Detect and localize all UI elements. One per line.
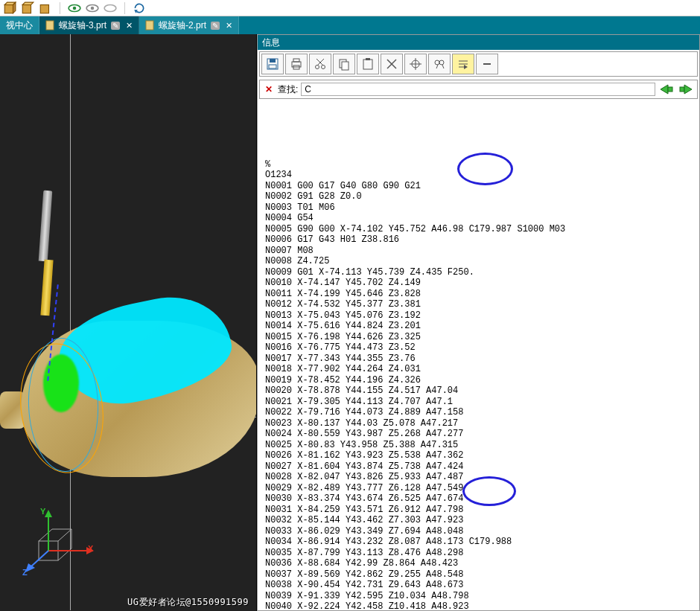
svg-rect-3: [22, 4, 31, 13]
target-button[interactable]: [404, 54, 427, 74]
close-find-icon[interactable]: ✕: [263, 83, 275, 95]
eye-hide-icon[interactable]: [86, 1, 99, 15]
refresh-icon[interactable]: [133, 1, 146, 15]
svg-line-15: [58, 529, 71, 541]
svg-marker-23: [45, 510, 52, 517]
tab-spiral3[interactable]: 螺旋轴-3.prt ✎ ✕: [39, 16, 139, 34]
nc-line: N0027 X-81.604 Y43.874 Z5.738 A47.424: [265, 461, 692, 473]
nc-line: N0015 X-76.198 Y44.626 Z3.325: [265, 332, 692, 343]
tab-label: 螺旋轴-2.prt: [159, 19, 206, 32]
nc-line: N0028 X-82.047 Y43.826 Z5.933 A47.487: [265, 472, 692, 483]
eye-dim-icon[interactable]: [104, 1, 117, 15]
document-icon: [145, 20, 156, 31]
svg-rect-0: [4, 4, 13, 13]
svg-rect-39: [366, 58, 370, 60]
tab-label: 螺旋轴-3.prt: [59, 19, 106, 32]
nc-line: N0009 G01 X-74.113 Y45.739 Z4.435 F250.: [265, 267, 692, 278]
top-icon-strip: [0, 0, 700, 16]
svg-marker-2: [13, 2, 16, 13]
save-button[interactable]: [261, 54, 284, 74]
info-title: 信息: [258, 35, 699, 50]
svg-marker-52: [464, 65, 468, 69]
nc-line: %: [265, 159, 692, 170]
delete-button[interactable]: [381, 54, 403, 74]
cube2-icon[interactable]: [21, 1, 34, 15]
svg-line-35: [316, 59, 323, 65]
svg-rect-27: [270, 59, 276, 63]
svg-point-32: [316, 65, 319, 69]
nc-line: N0033 X-86.029 Y43.349 Z7.694 A48.048: [265, 526, 692, 537]
cube-icon[interactable]: [3, 1, 16, 15]
svg-rect-12: [46, 21, 54, 30]
nc-line: N0004 G54: [265, 213, 692, 224]
svg-rect-55: [668, 87, 672, 92]
nc-line: N0005 G90 G00 X-74.102 Y45.752 A46.98 C1…: [265, 224, 692, 235]
svg-marker-4: [22, 2, 34, 4]
modified-badge: ✎: [111, 22, 120, 30]
nc-line: N0013 X-75.043 Y45.076 Z3.192: [265, 310, 692, 322]
close-icon[interactable]: ✕: [126, 21, 133, 31]
find-button[interactable]: [428, 54, 451, 74]
find-bar: ✕ 查找:: [259, 80, 698, 99]
tab-spiral2[interactable]: 螺旋轴-2.prt ✎ ✕: [139, 16, 239, 34]
print-button[interactable]: [285, 54, 308, 74]
find-next-button[interactable]: [678, 83, 694, 96]
nc-line: N0036 X-88.684 Y42.99 Z8.864 A48.423: [265, 558, 692, 569]
close-icon[interactable]: ✕: [226, 21, 232, 31]
document-icon: [45, 20, 56, 31]
tool-holder: [39, 191, 53, 262]
nc-line: N0025 X-80.83 Y43.958 Z5.388 A47.315: [265, 440, 692, 451]
nc-line: N0007 M08: [265, 246, 692, 257]
nc-line: N0034 X-86.914 Y43.232 Z8.087 A48.173 C1…: [265, 537, 692, 548]
cut-button[interactable]: [309, 54, 331, 74]
svg-point-33: [322, 65, 325, 69]
nc-line: N0012 X-74.532 Y45.377 Z3.381: [265, 299, 692, 310]
nc-line: N0021 X-79.305 Y44.113 Z4.707 A47.1: [265, 397, 692, 408]
nc-line: N0032 X-85.144 Y43.462 Z7.303 A47.923: [265, 515, 692, 526]
wrap-button[interactable]: [452, 54, 474, 74]
svg-rect-56: [680, 87, 684, 92]
svg-line-18: [39, 529, 52, 541]
nc-line: N0037 X-89.569 Y42.862 Z9.255 A48.548: [265, 569, 692, 580]
nc-line: N0016 X-76.775 Y44.473 Z3.52: [265, 342, 692, 354]
nc-line: N0039 X-91.339 Y42.595 Z10.034 A48.798: [265, 591, 692, 602]
collapse-button[interactable]: [476, 54, 498, 74]
svg-rect-28: [269, 65, 276, 68]
find-input[interactable]: [301, 83, 655, 96]
coordinate-triad: X Y Z: [22, 507, 97, 581]
svg-point-9: [91, 6, 95, 10]
tab-label: 视中心: [6, 19, 33, 32]
svg-rect-38: [363, 60, 372, 69]
nc-line: N0038 X-90.454 Y42.731 Z9.643 A48.673: [265, 580, 692, 591]
svg-rect-37: [342, 62, 349, 70]
nc-line: N0014 X-75.616 Y44.824 Z3.201: [265, 321, 692, 332]
info-toolbar: [259, 51, 698, 77]
nc-line: N0006 G17 G43 H01 Z38.816: [265, 234, 692, 246]
tab-center[interactable]: 视中心: [0, 16, 39, 34]
cube3-icon[interactable]: [39, 1, 52, 15]
nc-line: N0024 X-80.559 Y43.987 Z5.268 A47.277: [265, 429, 692, 440]
nc-code-listing[interactable]: %O1234N0001 G00 G17 G40 G80 G90 G21N0002…: [258, 100, 699, 610]
nc-line: N0002 G91 G28 Z0.0: [265, 191, 692, 202]
nc-line: N0010 X-74.147 Y45.702 Z4.149: [265, 278, 692, 289]
find-prev-button[interactable]: [658, 83, 675, 96]
nc-line: N0026 X-81.162 Y43.923 Z5.538 A47.362: [265, 450, 692, 461]
info-panel: 信息 ✕ 查找: %O1234N0001 G00 G17 G40 G80 G90…: [257, 34, 700, 611]
document-tabs: 视中心 螺旋轴-3.prt ✎ ✕ 螺旋轴-2.prt ✎ ✕: [0, 16, 700, 34]
eye-show-icon[interactable]: [68, 1, 81, 15]
axis-x-label: X: [88, 544, 93, 553]
3d-viewport[interactable]: X Y Z UG爱好者论坛@1550991599: [0, 34, 257, 611]
nc-line: N0001 G00 G17 G40 G80 G90 G21: [265, 181, 692, 192]
axis-y-label: Y: [40, 507, 45, 516]
svg-point-7: [73, 6, 77, 10]
copy-button[interactable]: [333, 54, 355, 74]
nc-line: N0003 T01 M06: [265, 202, 692, 214]
svg-rect-5: [40, 4, 48, 13]
find-label: 查找:: [278, 83, 298, 96]
spiral-model: [0, 280, 253, 488]
svg-marker-54: [661, 85, 668, 94]
svg-line-47: [436, 65, 438, 68]
modified-badge: ✎: [211, 22, 220, 30]
paste-button[interactable]: [357, 54, 379, 74]
nc-line: O1234: [265, 170, 692, 181]
